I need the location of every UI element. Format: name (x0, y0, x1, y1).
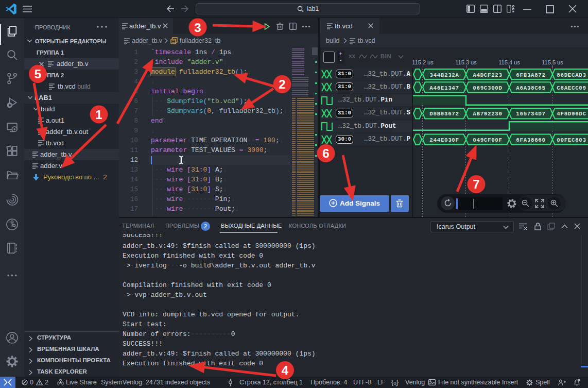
svg-text:A6A38C65: A6A38C65 (516, 85, 545, 91)
svg-text:00FEC803: 00FEC803 (557, 137, 586, 143)
svg-text:A46E1347: A46E1347 (429, 85, 459, 91)
svg-text:344B232A: 344B232A (429, 72, 459, 78)
svg-text:A4DCF223: A4DCF223 (473, 72, 502, 78)
svg-text:AB792230: AB792230 (473, 111, 502, 117)
svg-text:069C300D: 069C300D (473, 85, 502, 91)
svg-text:86DECAD3: 86DECAD3 (557, 72, 586, 78)
svg-text:6FA38860: 6FA38860 (516, 137, 545, 143)
svg-text:049CF00F: 049CF00F (473, 137, 502, 143)
svg-text:244E030F: 244E030F (429, 137, 459, 143)
svg-text:6FB3A872: 6FB3A872 (516, 72, 545, 78)
svg-text:D8B93672: D8B93672 (429, 111, 459, 117)
svg-text:C8AECC09: C8AECC09 (557, 85, 586, 91)
svg-text:165734D7: 165734D7 (516, 111, 545, 117)
svg-text:4F8D96DC: 4F8D96DC (557, 111, 586, 117)
